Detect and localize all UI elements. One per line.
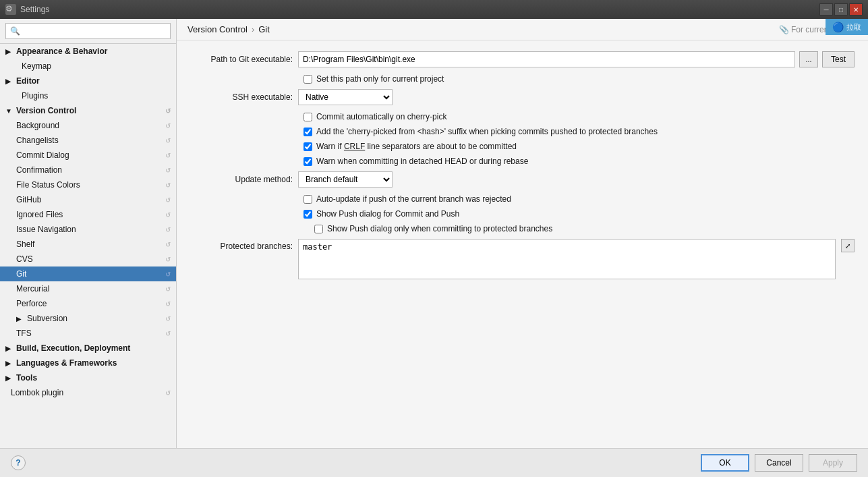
- ssh-label: SSH executable:: [190, 92, 298, 102]
- apply-button[interactable]: Apply: [809, 454, 857, 472]
- show-push-protected-checkbox[interactable]: [314, 225, 323, 233]
- sidebar-item-issue-navigation[interactable]: Issue Navigation ↺: [0, 222, 176, 237]
- sidebar-item-ignored-files[interactable]: Ignored Files ↺: [0, 207, 176, 222]
- title-bar: ⚙ Settings ─ □ ✕: [0, 0, 868, 19]
- sidebar-item-tfs[interactable]: TFS ↺: [0, 326, 176, 341]
- footer-right: OK Cancel Apply: [701, 454, 857, 472]
- main-content: Version Control › Git 📎 For current proj…: [177, 19, 868, 448]
- sidebar-item-label: Keymap: [22, 61, 51, 71]
- protected-branches-row: Protected branches: master ⤢: [190, 239, 855, 279]
- warn-crlf-row: Warn if CRLF line separators are about t…: [190, 142, 855, 151]
- sidebar-item-background[interactable]: Background ↺: [0, 118, 176, 133]
- cherry-picked-suffix-label: Add the 'cherry-picked from <hash>' suff…: [316, 127, 658, 136]
- reset-icon: ↺: [165, 196, 171, 204]
- show-push-checkbox[interactable]: [303, 210, 312, 219]
- sidebar-item-perforce[interactable]: Perforce ↺: [0, 296, 176, 311]
- sidebar-item-languages[interactable]: ▶ Languages & Frameworks: [0, 356, 176, 370]
- test-button[interactable]: Test: [822, 51, 855, 67]
- reset-icon: ↺: [165, 137, 171, 144]
- help-button[interactable]: ?: [11, 455, 26, 470]
- show-push-label: Show Push dialog for Commit and Push: [316, 209, 459, 219]
- expand-arrow-icon: ▶: [5, 78, 13, 85]
- sidebar-item-lombok[interactable]: Lombok plugin ↺: [0, 385, 176, 400]
- search-input[interactable]: [5, 23, 171, 39]
- ssh-dropdown[interactable]: Native Built-in: [298, 89, 393, 105]
- sidebar-item-label: CVS: [16, 254, 33, 264]
- cherry-picked-suffix-row: Add the 'cherry-picked from <hash>' suff…: [190, 127, 855, 136]
- expand-button[interactable]: ⤢: [841, 239, 855, 252]
- reset-icon: ↺: [165, 315, 171, 322]
- sidebar-item-label: Languages & Frameworks: [16, 358, 117, 368]
- sidebar-item-plugins[interactable]: Plugins: [0, 88, 176, 103]
- warn-crlf-checkbox[interactable]: [303, 142, 312, 151]
- settings-window: ⚙ Settings ─ □ ✕ ▶ Appearance & Behavior…: [0, 0, 868, 477]
- ok-button[interactable]: OK: [701, 454, 749, 472]
- sidebar-item-keymap[interactable]: Keymap: [0, 59, 176, 74]
- sidebar-item-file-status-colors[interactable]: File Status Colors ↺: [0, 177, 176, 192]
- sidebar-item-label: Plugins: [22, 91, 48, 101]
- sidebar-item-label: Lombok plugin: [11, 388, 63, 397]
- ssh-control-area: Native Built-in: [298, 89, 855, 105]
- sidebar-item-changelists[interactable]: Changelists ↺: [0, 133, 176, 148]
- sidebar-item-confirmation[interactable]: Confirmation ↺: [0, 163, 176, 177]
- sidebar-item-label: Confirmation: [16, 165, 62, 175]
- update-method-row: Update method: Branch default Merge Reba…: [190, 171, 855, 188]
- dialog-body: ▶ Appearance & Behavior Keymap ▶ Editor …: [0, 19, 868, 448]
- warn-detached-checkbox[interactable]: [303, 157, 312, 166]
- auto-update-checkbox[interactable]: [303, 195, 312, 204]
- breadcrumb: Version Control › Git 📎 For current proj…: [177, 19, 868, 40]
- update-method-dropdown[interactable]: Branch default Merge Rebase: [298, 171, 393, 188]
- breadcrumb-part2: Git: [258, 24, 270, 34]
- close-button[interactable]: ✕: [849, 3, 863, 16]
- sidebar-item-version-control[interactable]: ▼ Version Control ↺: [0, 103, 176, 118]
- settings-panel: Path to Git executable: ... Test Set thi…: [177, 40, 868, 448]
- sidebar-item-tools[interactable]: ▶ Tools: [0, 370, 176, 385]
- sidebar-item-label: Perforce: [16, 299, 47, 308]
- sidebar-item-appearance[interactable]: ▶ Appearance & Behavior: [0, 44, 176, 59]
- window-title: Settings: [20, 5, 819, 14]
- cherry-pick-checkbox[interactable]: [303, 113, 312, 121]
- reset-icon: ↺: [165, 300, 171, 308]
- expand-arrow-icon: ▶: [16, 315, 24, 322]
- sidebar-item-github[interactable]: GitHub ↺: [0, 192, 176, 207]
- sync-label: 拉取: [846, 22, 861, 32]
- protected-branches-label: Protected branches:: [190, 239, 298, 251]
- sidebar-item-label: Subversion: [27, 314, 67, 323]
- set-path-checkbox[interactable]: [303, 75, 312, 84]
- sidebar-item-cvs[interactable]: CVS ↺: [0, 252, 176, 266]
- show-push-protected-label: Show Push dialog only when committing to…: [327, 224, 552, 233]
- minimize-button[interactable]: ─: [819, 3, 833, 16]
- cancel-button[interactable]: Cancel: [755, 454, 803, 472]
- sidebar-item-label: Git: [16, 269, 26, 279]
- warn-crlf-label: Warn if CRLF line separators are about t…: [316, 142, 517, 151]
- reset-icon: ↺: [165, 330, 171, 337]
- browse-button[interactable]: ...: [799, 51, 818, 67]
- sidebar-item-editor[interactable]: ▶ Editor: [0, 74, 176, 88]
- set-path-row: Set this path only for current project: [190, 74, 855, 84]
- protected-branches-input[interactable]: master: [298, 239, 836, 279]
- path-input[interactable]: [298, 51, 795, 67]
- expand-arrow-icon: ▶: [5, 48, 13, 55]
- reset-icon: ↺: [165, 211, 171, 219]
- sidebar-item-shelf[interactable]: Shelf ↺: [0, 237, 176, 252]
- maximize-button[interactable]: □: [834, 3, 848, 16]
- sidebar-item-commit-dialog[interactable]: Commit Dialog ↺: [0, 148, 176, 163]
- sidebar-item-mercurial[interactable]: Mercurial ↺: [0, 281, 176, 296]
- expand-arrow-icon: ▼: [5, 107, 13, 115]
- cherry-pick-row: Commit automatically on cherry-pick: [190, 112, 855, 121]
- cherry-picked-suffix-checkbox[interactable]: [303, 128, 312, 136]
- sidebar-item-label: GitHub: [16, 195, 41, 204]
- auto-update-row: Auto-update if push of the current branc…: [190, 194, 855, 204]
- reset-icon: ↺: [165, 152, 171, 159]
- sidebar-item-subversion[interactable]: ▶ Subversion ↺: [0, 311, 176, 326]
- sidebar: ▶ Appearance & Behavior Keymap ▶ Editor …: [0, 19, 177, 448]
- sidebar-item-git[interactable]: Git ↺: [0, 266, 176, 281]
- path-label: Path to Git executable:: [190, 55, 298, 64]
- sidebar-item-build[interactable]: ▶ Build, Execution, Deployment: [0, 341, 176, 356]
- reset-icon: ↺: [165, 389, 171, 397]
- sync-badge[interactable]: 🔵 拉取: [826, 19, 868, 35]
- reset-icon: ↺: [165, 167, 171, 174]
- reset-icon: ↺: [165, 122, 171, 130]
- sidebar-item-label: Shelf: [16, 240, 34, 249]
- update-method-control-area: Branch default Merge Rebase: [298, 171, 855, 188]
